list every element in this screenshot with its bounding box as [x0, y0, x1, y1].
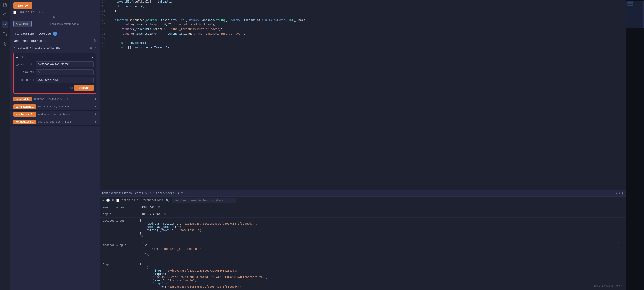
- tx-search-input[interactable]: [172, 198, 236, 203]
- safetransferf-expand[interactable]: ▼: [95, 113, 96, 116]
- code-editor[interactable]: 24 _tokenURIs[newTokenId] = _tokenUrl; 2…: [100, 0, 626, 190]
- sidebar: [0, 0, 10, 290]
- mint-tokenurl-label: _tokenUrl:: [16, 78, 34, 82]
- mint-amount-label: _amount:: [16, 71, 34, 74]
- mintbatch-button[interactable]: mintBatch: [13, 97, 32, 101]
- right-panel: 24 _tokenURIs[newTokenId] = _tokenUrl; 2…: [100, 0, 626, 290]
- code-suffix: lqth;i++){: [608, 192, 623, 195]
- mint-recipient-label: _recipient:: [16, 63, 34, 66]
- input-row: input 0xd3f...00000 ⧉: [100, 211, 626, 218]
- ref-expand-icon[interactable]: ▲: [178, 192, 179, 195]
- code-line-28: 28 function mintBatch(address _recipient…: [100, 18, 626, 23]
- publish-ipfs-label: Publish to IPFS: [18, 11, 42, 14]
- deploy-button[interactable]: Deploy: [13, 2, 32, 9]
- sidebar-search-icon[interactable]: [2, 11, 8, 18]
- code-line-32: 32: [100, 37, 626, 41]
- mint-tokenurl-input[interactable]: [36, 77, 94, 83]
- setapprovalf-params: address operator, bool: [38, 121, 93, 123]
- mintbatch-row: mintBatch address _recipient, uin ▼: [10, 95, 100, 103]
- mint-title: mint: [16, 56, 23, 59]
- transaction-bar: ◀ 🕐 0 listen on all transactions 🔍: [100, 196, 626, 204]
- code-line-33: 33 uint newTokenId;: [100, 41, 626, 46]
- setapprovalf-button[interactable]: setApprovalF...: [13, 120, 36, 124]
- sidebar-file-icon[interactable]: [2, 2, 8, 8]
- safetransferf-button[interactable]: safeTransferF...: [13, 112, 36, 117]
- decoded-output-copy[interactable]: ⧉: [147, 254, 149, 257]
- code-line-25: 25 return newTokenId;: [100, 4, 626, 9]
- execution-cost-value: 94976 gas ⧉: [140, 206, 622, 209]
- share-icon[interactable]: ⬡: [148, 192, 151, 195]
- mint-collapse-icon[interactable]: ▲: [92, 56, 94, 59]
- mint-copy-icon[interactable]: ⧉: [70, 86, 73, 90]
- code-line-34: 34 uint[] memory returnTokenUrls;: [100, 46, 626, 50]
- safebatchtrans-row: safeBatchTra... address from, address ▼: [10, 103, 100, 111]
- code-line-31: 31 require(_amounts.length == _tokenUrls…: [100, 32, 626, 37]
- svg-point-3: [4, 32, 4, 33]
- decoded-output-json: { "0": "uint256: _mintTokenId 1" }: [145, 244, 617, 254]
- mint-recipient-input[interactable]: [36, 61, 94, 67]
- listen-checkbox-row: listen on all transactions: [116, 199, 163, 202]
- decoded-input-json: { "address _recipient": "0x5B38Da6a701c5…: [140, 219, 622, 235]
- contract-def-text: ContractDefinition Test1155: [102, 192, 147, 195]
- trash-icon[interactable]: 🗑: [93, 39, 96, 43]
- code-line-30: 30 require(_tokenUrls.length > 0,"The _t…: [100, 27, 626, 32]
- code-line-29: 29 require(_amounts.length > 0,"The _amo…: [100, 23, 626, 27]
- publish-ipfs-checkbox[interactable]: [13, 11, 16, 14]
- contract-close-icon[interactable]: ✕: [95, 46, 96, 50]
- ref-dropdown-icon[interactable]: ▼: [181, 192, 183, 195]
- code-line-26: 26 }: [100, 9, 626, 14]
- left-panel: Deploy Publish to IPFS OR At Address Loa…: [10, 0, 100, 290]
- collapse-icon[interactable]: ◀: [102, 198, 104, 202]
- transactions-label: Transactions recorded: [13, 32, 51, 35]
- mint-tokenurl-row: _tokenUrl:: [16, 77, 94, 83]
- mint-amount-input[interactable]: [36, 69, 94, 75]
- mini-right-panel: ▓▓▓▓▓▓▓▓▓▓▓▓▓▓▓▓▓▓▓▓▓▓▓▓▓▓▓▓▓▓▓▓▒▒▒▒▒▒▒▒…: [626, 0, 644, 290]
- load-contract-button[interactable]: Load contract from Addre: [33, 21, 96, 27]
- contract-row: ▼ TEST1155 AT 0XDB8...33FA8 (ME ⧉ ✕: [10, 45, 100, 51]
- safebatchtrans-button[interactable]: safeBatchTra...: [13, 104, 36, 109]
- contract-expand-arrow[interactable]: ▼: [13, 46, 15, 50]
- or-divider: OR: [13, 16, 96, 19]
- mint-recipient-row: _recipient:: [16, 61, 94, 67]
- at-address-button[interactable]: At Address: [13, 21, 32, 27]
- decoded-output-section: { "0": "uint256: _mintTokenId 1" } ⧉: [143, 242, 619, 260]
- safebatchtrans-expand[interactable]: ▼: [95, 105, 96, 108]
- mintbatch-expand[interactable]: ▼: [95, 98, 96, 101]
- input-copy[interactable]: ⧉: [164, 212, 166, 216]
- svg-line-1: [6, 15, 6, 16]
- contract-def-bar: ContractDefinition Test1155 ⬡ 1 referenc…: [100, 190, 626, 196]
- tx-search-icon[interactable]: 🔍: [166, 198, 170, 202]
- transactions-header: Transactions recorded 3: [10, 29, 100, 37]
- decoded-output-wrapper: { "0": "uint256: _mintTokenId 1" } ⧉: [140, 241, 622, 260]
- sidebar-verified-icon[interactable]: [2, 21, 8, 27]
- mini-code-preview: ▓▓▓▓▓▓▓▓▓▓▓▓▓▓▓▓▓▓▓▓▓▓▓▓▓▓▓▓▓▓▓▓▒▒▒▒▒▒▒▒…: [626, 1, 644, 28]
- logs-value: [ { "from": "0xd8b934580fcE35a11B58C6D73…: [140, 263, 622, 289]
- decoded-output-label: decoded output: [103, 241, 135, 247]
- mintbatch-params: address _recipient, uin: [34, 98, 93, 101]
- setapprovalf-expand[interactable]: ▼: [95, 120, 96, 124]
- sidebar-git-icon[interactable]: [2, 31, 8, 37]
- transact-button[interactable]: transact: [74, 85, 94, 91]
- mint-header: mint ▲: [16, 56, 94, 59]
- tx-count: 0: [112, 199, 114, 202]
- deployed-contracts-header: Deployed Contracts 🗑: [10, 37, 100, 45]
- at-address-row: At Address Load contract from Addre: [13, 21, 96, 27]
- execution-cost-copy[interactable]: ⧉: [158, 206, 160, 209]
- code-line-27: 27: [100, 14, 626, 18]
- execution-cost-label: execution cost: [103, 206, 135, 209]
- listen-checkbox[interactable]: [116, 199, 119, 202]
- deployed-contracts-icons: 🗑: [93, 39, 96, 43]
- decoded-input-row: decoded input { "address _recipient": "0…: [100, 218, 626, 240]
- sidebar-bug-icon[interactable]: [2, 40, 8, 47]
- publish-ipfs-row: Publish to IPFS: [13, 11, 96, 14]
- setapprovalf-row: setApprovalF... address operator, bool ▼: [10, 118, 100, 126]
- ref-count: 1 reference(s): [152, 192, 176, 195]
- decoded-output-container: decoded output { "0": "uint256: _mintTok…: [100, 240, 626, 261]
- clock-icon: 🕐: [106, 198, 110, 202]
- decoded-input-copy[interactable]: ⧉: [141, 235, 143, 238]
- watermark: CSDN @后端常规开发人员: [594, 284, 623, 288]
- deployed-contracts-label: Deployed Contracts: [13, 39, 46, 43]
- transactions-badge: 3: [53, 32, 57, 36]
- safebatchtrans-params: address from, address: [38, 105, 93, 108]
- contract-copy-icon[interactable]: ⧉: [90, 46, 92, 50]
